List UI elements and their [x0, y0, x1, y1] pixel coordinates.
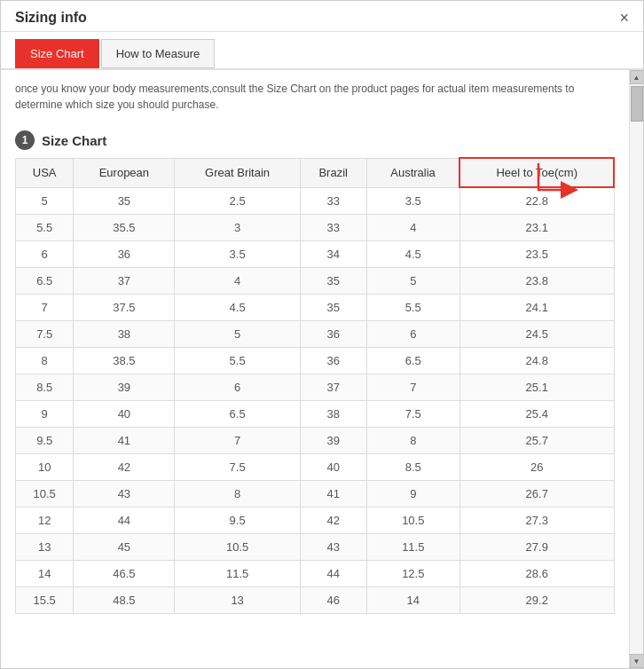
table-cell: 3.5	[175, 241, 300, 268]
table-cell: 42	[74, 454, 175, 481]
header-brazil: Brazil	[300, 158, 366, 187]
table-cell: 27.9	[459, 534, 614, 561]
table-cell: 13	[175, 587, 300, 614]
tabs-container: Size Chart How to Measure	[1, 32, 643, 70]
table-body: 5352.5333.522.85.535.5333423.16363.5344.…	[16, 187, 615, 614]
table-cell: 7	[175, 428, 300, 454]
section-title-text: Size Chart	[42, 133, 106, 148]
table-cell: 9.5	[16, 428, 74, 454]
table-cell: 3	[175, 215, 300, 241]
table-cell: 5.5	[175, 348, 300, 374]
table-cell: 40	[74, 401, 175, 428]
table-cell: 35	[300, 268, 366, 295]
table-cell: 6.5	[175, 401, 300, 428]
table-row: 15.548.513461429.2	[16, 587, 615, 614]
table-row: 1446.511.54412.528.6	[16, 561, 615, 587]
table-row: 7.538536624.5	[16, 321, 615, 348]
table-cell: 25.1	[459, 374, 614, 401]
table-cell: 39	[300, 428, 366, 454]
table-cell: 41	[74, 428, 175, 454]
table-cell: 11.5	[366, 534, 459, 561]
table-cell: 8	[175, 481, 300, 508]
header-usa: USA	[16, 158, 74, 187]
content-area: once you know your body measurements,con…	[1, 70, 629, 668]
table-cell: 33	[300, 187, 366, 215]
table-cell: 25.4	[459, 401, 614, 428]
table-cell: 37.5	[74, 295, 175, 321]
scrollbar-up-button[interactable]: ▲	[630, 70, 644, 84]
size-table: USA European Great Britain Brazil Austra…	[15, 157, 615, 614]
table-cell: 37	[74, 268, 175, 295]
table-cell: 5.5	[366, 295, 459, 321]
table-cell: 6.5	[366, 348, 459, 374]
table-cell: 27.3	[459, 508, 614, 534]
table-cell: 5.5	[16, 215, 74, 241]
section-number: 1	[15, 130, 35, 150]
table-cell: 5	[366, 268, 459, 295]
table-cell: 42	[300, 508, 366, 534]
table-row: 134510.54311.527.9	[16, 534, 615, 561]
table-cell: 6.5	[16, 268, 74, 295]
table-row: 10.543841926.7	[16, 481, 615, 508]
table-cell: 12	[16, 508, 74, 534]
table-cell: 15.5	[16, 587, 74, 614]
table-cell: 9.5	[175, 508, 300, 534]
table-cell: 23.8	[459, 268, 614, 295]
table-cell: 5	[175, 321, 300, 348]
tab-how-to-measure[interactable]: How to Measure	[101, 39, 216, 68]
table-cell: 43	[74, 481, 175, 508]
header-european: European	[74, 158, 175, 187]
table-cell: 35	[74, 187, 175, 215]
scrollbar[interactable]: ▲ ▼	[629, 70, 643, 668]
table-cell: 35.5	[74, 215, 175, 241]
table-row: 10427.5408.526	[16, 454, 615, 481]
table-cell: 2.5	[175, 187, 300, 215]
table-cell: 36	[74, 241, 175, 268]
table-cell: 11.5	[175, 561, 300, 587]
table-cell: 28.6	[459, 561, 614, 587]
table-cell: 35	[300, 295, 366, 321]
table-cell: 14	[366, 587, 459, 614]
table-cell: 10.5	[175, 534, 300, 561]
table-cell: 7	[366, 374, 459, 401]
scrollbar-down-button[interactable]: ▼	[630, 654, 644, 668]
table-cell: 10	[16, 454, 74, 481]
table-cell: 23.1	[459, 215, 614, 241]
table-cell: 13	[16, 534, 74, 561]
table-cell: 43	[300, 534, 366, 561]
table-cell: 4.5	[366, 241, 459, 268]
tab-size-chart[interactable]: Size Chart	[15, 39, 99, 68]
table-cell: 40	[300, 454, 366, 481]
red-arrow-indicator	[521, 159, 583, 208]
table-cell: 38	[300, 401, 366, 428]
close-button[interactable]: ×	[619, 10, 629, 26]
table-cell: 4	[366, 215, 459, 241]
modal-title: Sizing info	[15, 10, 87, 26]
table-cell: 36	[300, 321, 366, 348]
table-cell: 39	[74, 374, 175, 401]
intro-text: once you know your body measurements,con…	[1, 70, 629, 123]
table-cell: 24.5	[459, 321, 614, 348]
table-cell: 8	[366, 428, 459, 454]
table-cell: 44	[300, 561, 366, 587]
table-cell: 38	[74, 321, 175, 348]
table-row: 5.535.5333423.1	[16, 215, 615, 241]
table-cell: 6	[175, 374, 300, 401]
table-cell: 12.5	[366, 561, 459, 587]
table-cell: 10.5	[366, 508, 459, 534]
table-cell: 23.5	[459, 241, 614, 268]
scrollbar-thumb[interactable]	[631, 86, 643, 122]
table-cell: 8	[16, 348, 74, 374]
table-cell: 5	[16, 187, 74, 215]
modal-body: once you know your body measurements,con…	[1, 70, 643, 668]
table-cell: 26	[459, 454, 614, 481]
table-cell: 44	[74, 508, 175, 534]
table-row: 737.54.5355.524.1	[16, 295, 615, 321]
table-cell: 36	[300, 348, 366, 374]
table-cell: 37	[300, 374, 366, 401]
table-cell: 8.5	[366, 454, 459, 481]
modal-header: Sizing info ×	[1, 1, 643, 32]
table-cell: 48.5	[74, 587, 175, 614]
table-cell: 4	[175, 268, 300, 295]
table-cell: 9	[16, 401, 74, 428]
